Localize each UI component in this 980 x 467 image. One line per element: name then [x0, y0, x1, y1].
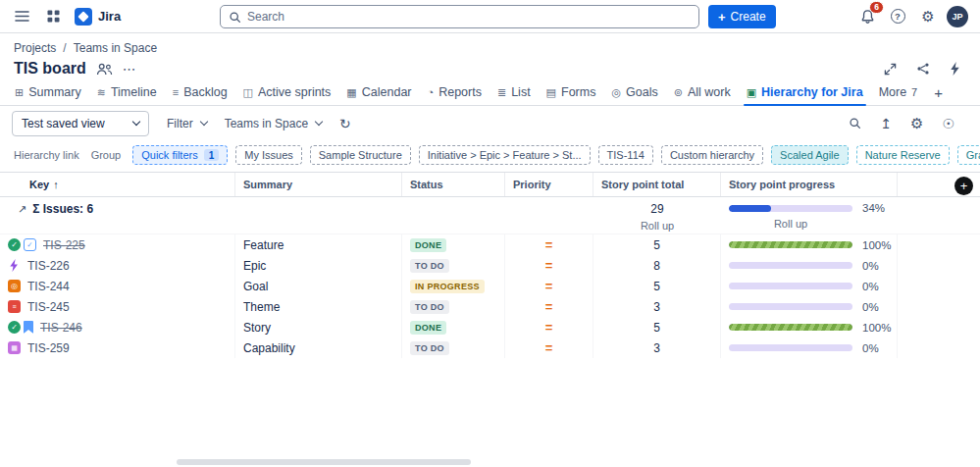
automation-icon[interactable]	[950, 62, 960, 76]
issue-summary[interactable]: Epic	[235, 255, 402, 276]
reports-tab-icon: ◔	[428, 87, 435, 98]
status-badge[interactable]: DONE	[410, 321, 446, 335]
share-icon[interactable]	[916, 62, 930, 76]
status-badge[interactable]: IN PROGRESS	[410, 280, 485, 293]
filter-chip[interactable]: Nature Reserve	[856, 145, 950, 165]
search-input[interactable]	[247, 10, 691, 24]
jira-app-window: Jira + Create 6 ? ⚙ JP Projects/Teams i	[0, 0, 980, 467]
column-header-key[interactable]: Key ↑	[0, 173, 235, 196]
refresh-icon[interactable]: ↻	[339, 116, 351, 131]
table-body: ✓✓ TIS-225 Feature DONE = 5 100% TIS-226…	[0, 234, 980, 358]
scope-dropdown[interactable]: Teams in Space	[225, 117, 322, 130]
tab-hierarchy[interactable]: ▣ Hierarchy for Jira	[740, 81, 870, 105]
tab-active-sprints[interactable]: ◫ Active sprints	[236, 81, 338, 105]
issue-key[interactable]: TIS-225	[43, 238, 85, 252]
column-header-summary[interactable]: Summary	[235, 173, 402, 196]
add-column-button[interactable]: +	[954, 177, 973, 195]
sidebar-menu-icon[interactable]	[10, 5, 33, 28]
settings-button[interactable]: ⚙	[916, 5, 940, 28]
hierarchy-table: Key ↑ Summary Status Priority Story poin…	[0, 172, 980, 358]
issue-key[interactable]: TIS-244	[27, 280, 70, 293]
tab-forms[interactable]: ▤ Forms	[540, 81, 603, 105]
tab-calendar[interactable]: ▦ Calendar	[339, 81, 418, 105]
issue-key[interactable]: TIS-245	[27, 300, 70, 314]
table-row[interactable]: ✓ TIS-246 Story DONE = 5 100%	[0, 317, 980, 337]
column-header-status[interactable]: Status	[402, 173, 505, 196]
filter-chip[interactable]: Custom hierarchy	[661, 145, 763, 165]
filter-chip[interactable]: My Issues	[235, 145, 302, 165]
filter-chip[interactable]: Initiative > Epic > Feature > St...	[419, 145, 591, 165]
breadcrumb-item[interactable]: Teams in Space	[74, 41, 157, 55]
table-row[interactable]: ◎ TIS-244 Goal IN PROGRESS = 5 0%	[0, 276, 980, 296]
filter-chip[interactable]: TIS-114	[598, 145, 653, 165]
filter-chip[interactable]: Scaled Agile	[771, 145, 849, 165]
priority-medium-icon[interactable]: =	[545, 320, 553, 335]
table-row[interactable]: TIS-226 Epic TO DO = 8 0%	[0, 255, 980, 276]
account-settings-icon[interactable]: ☉	[942, 117, 954, 130]
tab-backlog[interactable]: ≡ Backlog	[166, 81, 234, 105]
chevron-down-icon	[132, 118, 140, 126]
tab-timeline[interactable]: ≋ Timeline	[90, 81, 164, 105]
group-label[interactable]: Group	[91, 149, 122, 161]
status-badge[interactable]: TO DO	[410, 300, 449, 314]
horizontal-scrollbar[interactable]	[177, 459, 471, 465]
more-options-icon[interactable]: ⋯	[123, 61, 137, 77]
table-row[interactable]: ≡ TIS-245 Theme TO DO = 3 0%	[0, 296, 980, 317]
status-badge[interactable]: DONE	[410, 238, 446, 252]
jira-logo[interactable]: Jira	[75, 8, 121, 26]
tab-summary[interactable]: ⊞ Summary	[8, 81, 88, 105]
issue-summary[interactable]: Capability	[235, 337, 402, 358]
chevron-down-icon	[315, 118, 323, 126]
issue-summary[interactable]: Goal	[235, 276, 402, 296]
saved-view-select[interactable]: Test saved view	[12, 111, 149, 136]
notifications-button[interactable]: 6	[855, 5, 879, 28]
tab-reports[interactable]: ◔ Reports	[421, 81, 489, 105]
search-icon[interactable]	[849, 117, 861, 130]
board-members-icon[interactable]	[96, 63, 113, 76]
column-header-story-point-progress[interactable]: Story point progress	[721, 173, 898, 196]
filter-chip[interactable]: Quick filters 1	[132, 145, 228, 165]
issue-summary[interactable]: Story	[235, 317, 402, 337]
issues-count-label[interactable]: Σ Issues: 6	[32, 202, 93, 216]
breadcrumb-item[interactable]: Projects	[14, 41, 56, 55]
progress-percent: 0%	[862, 301, 879, 313]
issue-key[interactable]: TIS-226	[27, 259, 70, 273]
tab-goals[interactable]: ◎ Goals	[604, 81, 664, 105]
priority-medium-icon[interactable]: =	[545, 340, 553, 355]
issue-key[interactable]: TIS-246	[40, 321, 82, 335]
export-icon[interactable]: ↥	[880, 117, 892, 130]
tab-list[interactable]: ≣ List	[490, 81, 538, 105]
issue-summary[interactable]: Feature	[235, 234, 402, 255]
issue-summary[interactable]: Theme	[235, 296, 402, 317]
story-point-total-value: 8	[593, 255, 721, 276]
filter-chip[interactable]: Gravity	[957, 145, 980, 165]
column-header-priority[interactable]: Priority	[505, 173, 593, 196]
tab-more[interactable]: More 7	[872, 81, 925, 105]
story-point-total-value: 5	[593, 317, 721, 337]
table-row[interactable]: ✓✓ TIS-225 Feature DONE = 5 100%	[0, 234, 980, 255]
filter-dropdown[interactable]: Filter	[167, 117, 207, 130]
add-tab-button[interactable]: +	[926, 82, 951, 105]
column-header-story-point-total[interactable]: Story point total	[593, 173, 721, 196]
status-badge[interactable]: TO DO	[410, 341, 449, 355]
priority-medium-icon[interactable]: =	[545, 279, 553, 293]
priority-medium-icon[interactable]: =	[545, 237, 553, 252]
create-button[interactable]: + Create	[708, 5, 776, 28]
issue-key[interactable]: TIS-259	[27, 341, 70, 355]
hierarchy-link-label[interactable]: Hierarchy link	[14, 149, 79, 161]
help-button[interactable]: ?	[886, 5, 909, 28]
global-search[interactable]	[220, 5, 699, 28]
chip-count-badge: 1	[204, 149, 220, 161]
priority-medium-icon[interactable]: =	[545, 299, 553, 314]
priority-medium-icon[interactable]: =	[545, 258, 553, 273]
create-button-label: Create	[731, 10, 766, 24]
tab-all-work[interactable]: ⊚ All work	[667, 81, 738, 105]
filter-chip[interactable]: Sample Structure	[310, 145, 411, 165]
user-avatar[interactable]: JP	[947, 6, 968, 27]
table-row[interactable]: ▦ TIS-259 Capability TO DO = 3 0%	[0, 337, 980, 358]
backlog-tab-icon: ≡	[173, 87, 179, 98]
status-badge[interactable]: TO DO	[410, 259, 449, 273]
app-switcher-icon[interactable]	[41, 5, 65, 28]
gear-icon[interactable]: ⚙	[910, 116, 923, 130]
fullscreen-icon[interactable]	[884, 63, 897, 76]
